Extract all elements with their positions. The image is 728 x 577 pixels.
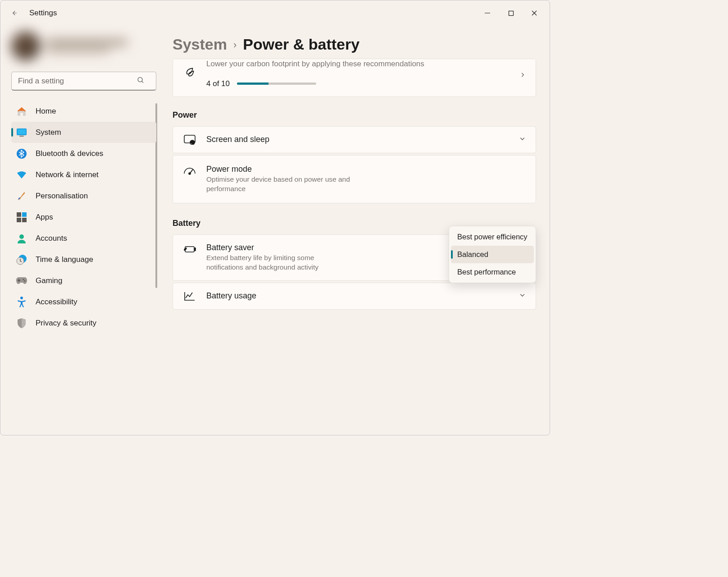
wifi-icon — [16, 169, 27, 181]
svg-rect-12 — [17, 218, 21, 222]
setting-title: Battery usage — [206, 291, 509, 301]
nav-label: Bluetooth & devices — [36, 149, 103, 158]
nav-label: Time & language — [36, 255, 93, 264]
svg-rect-13 — [22, 218, 27, 222]
minimize-icon — [484, 10, 491, 16]
page-title: Power & battery — [243, 36, 359, 53]
search-icon — [137, 77, 145, 86]
person-icon — [16, 233, 27, 244]
svg-rect-10 — [17, 212, 21, 217]
svg-rect-8 — [19, 136, 24, 137]
nav-label: Apps — [36, 213, 53, 222]
nav-label: Personalisation — [36, 192, 88, 201]
chevron-down-icon — [519, 135, 526, 144]
home-icon — [16, 105, 27, 117]
breadcrumb-parent[interactable]: System — [173, 36, 227, 53]
leaf-icon — [183, 66, 196, 78]
minimize-button[interactable] — [476, 5, 499, 21]
nav-item-bluetooth[interactable]: Bluetooth & devices — [11, 143, 156, 164]
nav-item-privacy[interactable]: Privacy & security — [11, 312, 156, 334]
eco-progress-bar — [237, 82, 316, 85]
gamepad-icon — [16, 275, 27, 287]
nav-item-gaming[interactable]: Gaming — [11, 270, 156, 291]
svg-rect-1 — [509, 11, 513, 15]
nav-label: Privacy & security — [36, 319, 96, 328]
svg-rect-11 — [22, 212, 27, 217]
svg-rect-24 — [185, 247, 194, 252]
nav-item-accessibility[interactable]: Accessibility — [11, 291, 156, 312]
svg-point-20 — [20, 297, 23, 299]
app-title: Settings — [29, 9, 57, 18]
accessibility-icon — [16, 296, 27, 308]
paintbrush-icon — [16, 190, 27, 202]
apps-icon — [16, 211, 27, 223]
titlebar: Settings — [0, 0, 550, 26]
close-icon — [531, 10, 537, 16]
content: System › Power & battery Lower your carb… — [163, 26, 550, 435]
user-account-block[interactable] — [11, 26, 156, 66]
chevron-right-icon: › — [233, 39, 237, 51]
system-icon — [16, 127, 27, 138]
breadcrumb: System › Power & battery — [173, 36, 536, 53]
nav-item-system[interactable]: System — [11, 122, 156, 143]
svg-point-14 — [19, 234, 24, 239]
nav-label: Accessibility — [36, 298, 77, 307]
nav-item-personalisation[interactable]: Personalisation — [11, 185, 156, 206]
shield-icon — [16, 317, 27, 329]
screen-sleep-row[interactable]: Screen and sleep — [173, 126, 536, 153]
search-wrap — [11, 72, 156, 91]
back-button[interactable] — [6, 5, 22, 21]
nav-item-time-language[interactable]: Time & language — [11, 249, 156, 270]
search-input[interactable] — [11, 72, 156, 91]
nav-label: Network & internet — [36, 170, 99, 179]
avatar — [11, 32, 40, 60]
power-mode-row[interactable]: Power mode Optimise your device based on… — [173, 155, 536, 203]
maximize-icon — [508, 10, 514, 16]
power-mode-dropdown: Best power efficiency Balanced Best perf… — [449, 226, 536, 283]
eco-progress-label: 4 of 10 — [206, 79, 230, 88]
setting-title: Power mode — [206, 165, 526, 174]
gauge-icon — [183, 166, 196, 175]
svg-rect-25 — [195, 248, 196, 251]
svg-point-18 — [23, 279, 24, 280]
nav: Home System Bluetooth & devices Network … — [11, 101, 156, 334]
power-mode-option-efficiency[interactable]: Best power efficiency — [451, 228, 534, 246]
nav-item-accounts[interactable]: Accounts — [11, 228, 156, 249]
nav-label: Accounts — [36, 234, 67, 243]
chart-line-icon — [183, 291, 196, 301]
eco-text: Lower your carbon footprint by applying … — [206, 59, 510, 69]
setting-title: Screen and sleep — [206, 135, 509, 144]
nav-label: System — [36, 128, 61, 137]
power-mode-option-balanced[interactable]: Balanced — [451, 246, 534, 263]
svg-point-4 — [138, 78, 142, 82]
svg-rect-7 — [18, 129, 26, 134]
nav-item-apps[interactable]: Apps — [11, 206, 156, 228]
screen-icon — [183, 135, 196, 145]
nav-item-network[interactable]: Network & internet — [11, 164, 156, 185]
nav-item-home[interactable]: Home — [11, 101, 156, 122]
section-power-label: Power — [173, 110, 536, 120]
arrow-left-icon — [10, 9, 18, 17]
battery-usage-row[interactable]: Battery usage — [173, 283, 536, 310]
svg-point-19 — [24, 280, 26, 281]
chevron-down-icon — [519, 292, 526, 300]
clock-globe-icon — [16, 254, 27, 266]
chevron-right-icon — [519, 72, 526, 80]
bluetooth-icon — [16, 148, 27, 160]
setting-subtitle: Optimise your device based on power use … — [206, 175, 350, 194]
nav-label: Home — [36, 107, 56, 116]
setting-title: Battery saver — [206, 243, 443, 252]
close-button[interactable] — [523, 5, 546, 21]
maximize-button[interactable] — [499, 5, 523, 21]
setting-subtitle: Extend battery life by limiting some not… — [206, 253, 341, 272]
svg-line-5 — [142, 81, 144, 83]
window-controls — [476, 5, 546, 21]
sidebar: Home System Bluetooth & devices Network … — [0, 26, 163, 435]
power-mode-option-performance[interactable]: Best performance — [451, 263, 534, 281]
energy-recommendations-card[interactable]: Lower your carbon footprint by applying … — [173, 59, 536, 97]
nav-label: Gaming — [36, 276, 63, 285]
battery-leaf-icon — [183, 246, 196, 254]
svg-point-23 — [189, 173, 191, 174]
